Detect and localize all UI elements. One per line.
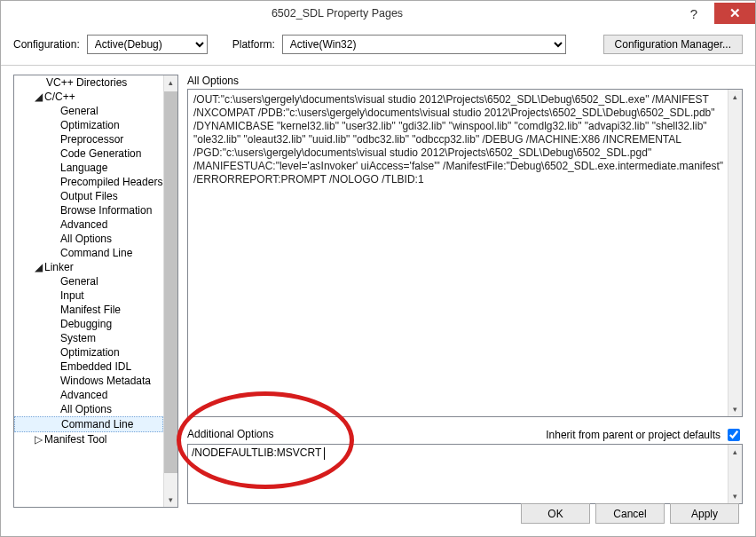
addopts-scrollbar[interactable]: ▴ ▾ <box>728 445 742 503</box>
scroll-up-icon[interactable]: ▴ <box>728 445 742 459</box>
tree-item-label: General <box>60 105 98 117</box>
window-title: 6502_SDL Property Pages <box>1 7 673 20</box>
inherit-label: Inherit from parent or project defaults <box>546 429 721 441</box>
tree-item[interactable]: System <box>14 331 163 345</box>
inherit-row: Inherit from parent or project defaults <box>546 426 743 444</box>
tree-item[interactable]: Code Generation <box>14 146 163 161</box>
tree-item-label: Language <box>60 162 107 174</box>
platform-select[interactable]: Active(Win32) <box>282 35 566 54</box>
expander-icon[interactable]: ▷ <box>34 433 43 446</box>
apply-button[interactable]: Apply <box>670 503 739 524</box>
platform-label: Platform: <box>232 38 275 51</box>
tree-item[interactable]: Debugging <box>14 317 163 331</box>
tree-item-label: Command Line <box>61 418 133 430</box>
tree-item-label: Advanced <box>60 389 107 401</box>
tree-item[interactable]: Input <box>14 288 163 303</box>
configuration-select[interactable]: Active(Debug) <box>87 35 208 54</box>
scroll-down-icon[interactable]: ▾ <box>164 493 177 507</box>
scroll-up-icon[interactable]: ▴ <box>728 90 742 104</box>
tree-item-label: Linker <box>44 261 74 273</box>
right-panel: All Options /OUT:"c:\users\gergely\docum… <box>178 66 755 508</box>
tree-scrollbar[interactable]: ▴ ▾ <box>163 75 177 507</box>
tree-item[interactable]: General <box>14 274 163 288</box>
additional-options-box[interactable]: /NODEFAULTLIB:MSVCRT ▴ ▾ <box>187 444 743 504</box>
tree-item-label: Embedded IDL <box>60 360 131 373</box>
inherit-checkbox[interactable] <box>728 429 740 441</box>
tree-item[interactable]: General <box>14 104 163 118</box>
tree-item[interactable]: Advanced <box>14 388 163 402</box>
scroll-thumb[interactable] <box>164 91 177 473</box>
titlebar: 6502_SDL Property Pages ? ✕ <box>1 1 755 26</box>
tree-item[interactable]: VC++ Directories <box>14 75 163 90</box>
expander-icon[interactable]: ◢ <box>34 261 43 273</box>
tree-item[interactable]: Browse Information <box>14 203 163 217</box>
tree-item-label: Command Line <box>60 247 132 259</box>
scroll-up-icon[interactable]: ▴ <box>164 75 177 90</box>
additional-options-label: Additional Options <box>187 428 273 440</box>
tree-item-label: VC++ Directories <box>46 76 127 89</box>
tree-item[interactable]: All Options <box>14 402 163 416</box>
tree-item-label: Manifest File <box>60 304 121 316</box>
tree-item[interactable]: ▷Manifest Tool <box>14 432 163 446</box>
configuration-label: Configuration: <box>13 38 80 51</box>
tree-item[interactable]: Precompiled Headers <box>14 175 163 189</box>
scroll-down-icon[interactable]: ▾ <box>728 402 742 416</box>
tree-item-label: Manifest Tool <box>44 433 106 446</box>
additional-options-text: /NODEFAULTLIB:MSVCRT <box>192 446 324 459</box>
tree-item[interactable]: Language <box>14 161 163 175</box>
tree-item-label: System <box>60 332 96 344</box>
tree-item-label: All Options <box>60 403 112 415</box>
main-area: VC++ Directories◢C/C++GeneralOptimizatio… <box>1 66 755 508</box>
alloptions-scrollbar[interactable]: ▴ ▾ <box>728 90 742 416</box>
text-caret <box>324 447 325 460</box>
scroll-down-icon[interactable]: ▾ <box>728 489 742 503</box>
tree-item-label: All Options <box>60 233 112 245</box>
tree-item-label: Windows Metadata <box>60 375 151 387</box>
ok-button[interactable]: OK <box>521 503 590 524</box>
window-buttons: ? ✕ <box>673 3 755 24</box>
configuration-manager-button[interactable]: Configuration Manager... <box>603 35 743 54</box>
tree-item[interactable]: Advanced <box>14 217 163 232</box>
additional-options-header: Additional Options Inherit from parent o… <box>187 426 743 444</box>
tree-item[interactable]: Optimization <box>14 345 163 359</box>
tree-item-label: Output Files <box>60 190 118 202</box>
all-options-text: /OUT:"c:\users\gergely\documents\visual … <box>193 93 736 186</box>
tree-item[interactable]: Command Line <box>14 416 163 432</box>
all-options-label: All Options <box>187 75 743 87</box>
tree-item[interactable]: Output Files <box>14 189 163 203</box>
property-pages-dialog: 6502_SDL Property Pages ? ✕ Configuratio… <box>0 0 756 537</box>
tree-item-label: Precompiled Headers <box>60 176 162 188</box>
tree-item[interactable]: Embedded IDL <box>14 359 163 374</box>
tree-item[interactable]: Preprocessor <box>14 132 163 146</box>
tree-item-label: Preprocessor <box>60 133 123 146</box>
tree-item[interactable]: Optimization <box>14 118 163 132</box>
tree-item-label: Debugging <box>60 318 112 330</box>
tree-item-label: Input <box>60 289 84 302</box>
tree-item-label: C/C++ <box>44 91 75 103</box>
tree-item[interactable]: ◢C/C++ <box>14 90 163 104</box>
tree-item[interactable]: Windows Metadata <box>14 374 163 388</box>
tree-item-label: Advanced <box>60 218 107 231</box>
dialog-buttons: OK Cancel Apply <box>521 503 739 524</box>
configuration-row: Configuration: Active(Debug) Platform: A… <box>1 26 755 66</box>
tree-item[interactable]: Manifest File <box>14 303 163 317</box>
help-button[interactable]: ? <box>673 3 714 24</box>
close-button[interactable]: ✕ <box>714 3 755 24</box>
cancel-button[interactable]: Cancel <box>595 503 665 524</box>
tree-item-label: General <box>60 275 98 288</box>
all-options-box[interactable]: /OUT:"c:\users\gergely\documents\visual … <box>187 89 743 417</box>
tree-item[interactable]: ◢Linker <box>14 260 163 274</box>
property-tree[interactable]: VC++ Directories◢C/C++GeneralOptimizatio… <box>13 75 178 508</box>
expander-icon[interactable]: ◢ <box>34 91 43 103</box>
tree-item-label: Code Generation <box>60 147 141 160</box>
tree-item-label: Browse Information <box>60 204 152 217</box>
tree-item-label: Optimization <box>60 119 120 131</box>
tree-item[interactable]: All Options <box>14 232 163 246</box>
tree-item-label: Optimization <box>60 346 120 359</box>
tree-item[interactable]: Command Line <box>14 246 163 260</box>
